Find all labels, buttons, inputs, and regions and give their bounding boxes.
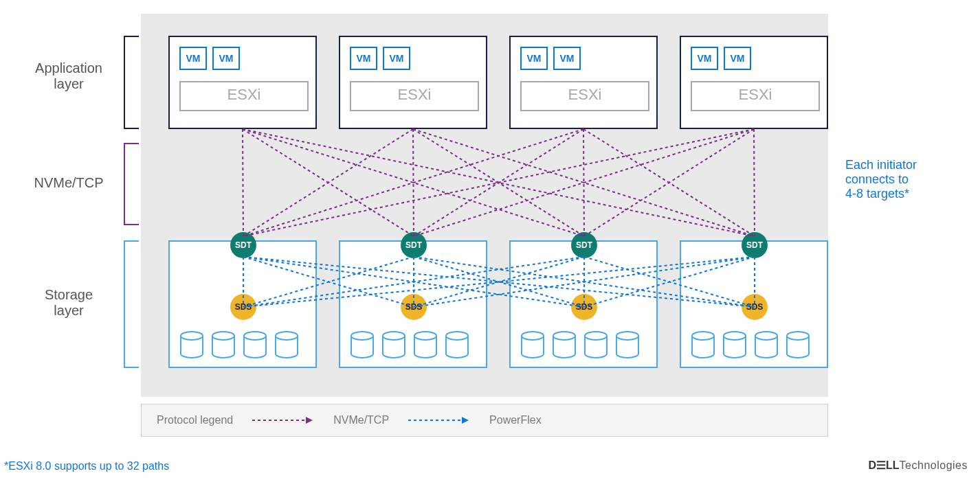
svg-point-2 [244, 332, 266, 340]
svg-point-7 [446, 332, 468, 340]
dell-logo: D☰LLTechnologies [868, 459, 968, 472]
svg-point-3 [276, 332, 298, 340]
legend-line-nvme [252, 415, 314, 425]
legend-item-nvme: NVMe/TCP [333, 414, 389, 426]
initiator-note: Each initiator connects to 4-8 targets* [845, 158, 917, 201]
disk-icon [691, 331, 715, 358]
vm-box: VM [350, 47, 377, 70]
host-box: VM VM ESXi [680, 36, 828, 129]
vm-box: VM [212, 47, 240, 70]
esxi-label: ESXi [179, 81, 309, 111]
disk-icon [520, 331, 545, 358]
bracket-application [124, 36, 139, 129]
svg-point-13 [724, 332, 746, 340]
legend-title: Protocol legend [157, 414, 233, 426]
host-box: VM VM ESXi [339, 36, 487, 129]
host-box: VM VM ESXi [509, 36, 658, 129]
legend-line-powerflex [408, 415, 470, 425]
svg-point-11 [616, 332, 638, 340]
esxi-label: ESXi [691, 81, 820, 111]
disk-icon [445, 331, 469, 358]
svg-point-0 [181, 332, 203, 340]
disk-icon [786, 331, 810, 358]
vm-box: VM [553, 47, 581, 70]
bracket-storage [124, 240, 139, 368]
bracket-nvme [124, 143, 139, 225]
label-application-layer: Application layer [17, 60, 120, 92]
disk-icon [211, 331, 236, 358]
esxi-label: ESXi [520, 81, 649, 111]
sdt-node: SDT [230, 232, 256, 258]
footnote: *ESXi 8.0 supports up to 32 paths [4, 460, 169, 472]
disk-icon [552, 331, 577, 358]
sdt-node: SDT [401, 232, 427, 258]
legend-item-powerflex: PowerFlex [489, 414, 542, 426]
sds-node: SDS [571, 294, 597, 320]
esxi-label: ESXi [350, 81, 479, 111]
disk-icon [722, 331, 747, 358]
protocol-legend: Protocol legend NVMe/TCP PowerFlex [141, 404, 828, 437]
svg-point-6 [414, 332, 436, 340]
disk-icon [274, 331, 299, 358]
svg-point-12 [692, 332, 714, 340]
label-nvme-layer: NVMe/TCP [17, 175, 120, 191]
svg-point-8 [522, 332, 544, 340]
vm-box: VM [520, 47, 548, 70]
disk-icon [615, 331, 640, 358]
svg-point-4 [351, 332, 373, 340]
disk-icon [583, 331, 608, 358]
vm-box: VM [383, 47, 410, 70]
vm-box: VM [691, 47, 718, 70]
svg-point-9 [553, 332, 575, 340]
svg-point-1 [212, 332, 234, 340]
sds-node: SDS [401, 294, 427, 320]
disk-icon [754, 331, 779, 358]
disk-icon [350, 331, 375, 358]
host-box: VM VM ESXi [168, 36, 317, 129]
svg-point-5 [383, 332, 405, 340]
vm-box: VM [179, 47, 207, 70]
disk-icon [413, 331, 438, 358]
sds-node: SDS [742, 294, 768, 320]
vm-box: VM [724, 47, 751, 70]
svg-point-14 [755, 332, 777, 340]
svg-point-15 [787, 332, 809, 340]
sdt-node: SDT [742, 232, 768, 258]
disk-icon [381, 331, 406, 358]
disk-icon [179, 331, 204, 358]
label-storage-layer: Storage layer [17, 287, 120, 319]
disk-icon [243, 331, 267, 358]
svg-point-10 [585, 332, 607, 340]
sdt-node: SDT [571, 232, 597, 258]
sds-node: SDS [230, 294, 256, 320]
